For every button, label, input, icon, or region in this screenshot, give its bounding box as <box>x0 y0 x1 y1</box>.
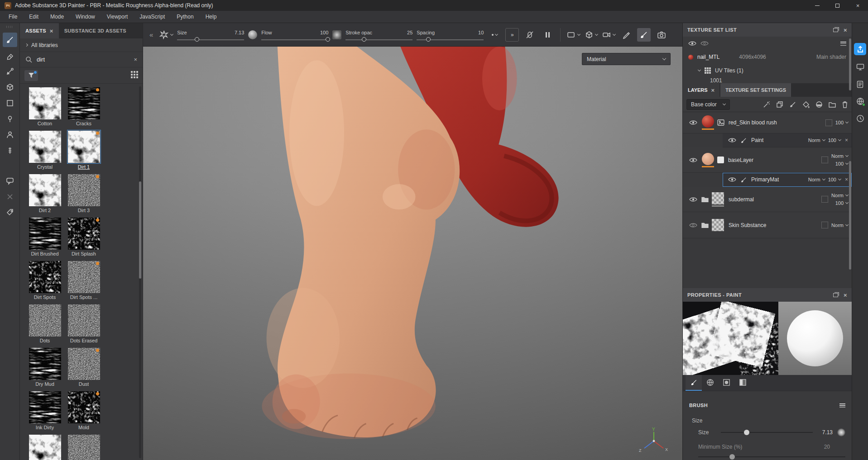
lazy-mouse-toggle[interactable] <box>523 28 537 42</box>
brush-size-slider[interactable] <box>721 429 813 436</box>
layer-row-paint[interactable]: Paint Norm 100 × <box>723 133 852 147</box>
delete-layer-icon[interactable] <box>842 101 848 108</box>
remove-effect-icon[interactable]: × <box>844 137 848 143</box>
close-panel-icon[interactable]: × <box>844 292 847 298</box>
more-tool-options-button[interactable]: » <box>505 28 519 42</box>
geometry-mask-tool-button[interactable] <box>3 80 17 95</box>
tab-alpha[interactable] <box>702 375 718 391</box>
blend-mode-dropdown[interactable]: Norm <box>831 223 848 228</box>
menu-item[interactable]: File <box>3 11 23 23</box>
box-projection-button[interactable] <box>584 28 598 42</box>
mask-slot[interactable] <box>821 156 828 163</box>
uv-tiles-row[interactable]: UV Tiles (1) <box>683 64 852 77</box>
stroke-options-button[interactable] <box>488 28 501 42</box>
effect-wand-icon[interactable] <box>763 101 770 108</box>
blend-mode-dropdown[interactable]: Norm <box>831 193 848 198</box>
asset-item[interactable]: Dirt 1 <box>64 131 103 170</box>
projection-tool-button[interactable] <box>3 64 17 79</box>
smart-material-pin-button[interactable] <box>3 112 17 126</box>
size-slider[interactable] <box>177 39 244 40</box>
asset-item[interactable]: Dirt Spots ... <box>64 261 103 300</box>
brush-size-knob[interactable] <box>744 430 749 435</box>
display-settings-button[interactable] <box>855 62 866 72</box>
pause-engine-button[interactable] <box>541 28 554 42</box>
asset-item[interactable]: Dirt Spots <box>25 261 64 300</box>
visibility-eye-icon[interactable] <box>728 177 736 182</box>
size-slider-knob[interactable] <box>195 37 199 42</box>
close-button[interactable]: × <box>848 0 868 11</box>
search-input[interactable] <box>36 56 130 63</box>
plane-projection-button[interactable] <box>566 28 580 42</box>
tab-substance-3d-assets[interactable]: SUBSTANCE 3D ASSETS <box>59 23 132 38</box>
resources-button[interactable] <box>855 96 866 107</box>
asset-tag-button[interactable] <box>3 205 17 220</box>
tab-texture-set-settings[interactable]: TEXTURE SET SETTINGS <box>720 83 791 97</box>
stroke-opacity-slider[interactable] <box>345 39 412 40</box>
tab-material[interactable] <box>734 375 751 391</box>
blend-mode-dropdown[interactable]: Norm <box>808 138 825 143</box>
spacing-slider[interactable] <box>417 39 484 40</box>
menu-item[interactable]: Python <box>171 11 199 23</box>
min-size-slider[interactable] <box>698 454 845 460</box>
asset-item[interactable]: Dirt Splash <box>64 218 103 256</box>
tab-assets[interactable]: ASSETS × <box>20 23 59 38</box>
all-libraries-selector[interactable]: All libraries <box>20 38 143 52</box>
brush-alpha-icon[interactable] <box>332 30 341 39</box>
texture-set-menu-icon[interactable] <box>840 42 846 46</box>
opacity-dropdown[interactable]: 100 <box>835 200 848 206</box>
asset-item[interactable]: Dots <box>25 304 64 343</box>
menu-item[interactable]: Edit <box>23 11 44 23</box>
smart-material-icon[interactable] <box>815 101 823 108</box>
visibility-eye-icon[interactable] <box>689 223 697 228</box>
brush-tip-icon[interactable] <box>248 30 257 39</box>
opacity-dropdown[interactable]: 100 <box>828 177 841 182</box>
mask-slot[interactable] <box>821 222 828 228</box>
filter-button[interactable] <box>24 70 38 81</box>
shelf-button[interactable] <box>855 79 866 90</box>
alpha-stamp-button[interactable] <box>159 28 173 42</box>
layer-opacity-dropdown[interactable]: 100 <box>835 120 848 125</box>
asset-item[interactable]: Cotton <box>25 87 64 126</box>
clone-tool-button[interactable] <box>3 128 17 142</box>
close-tab-icon[interactable]: × <box>50 28 53 34</box>
asset-item[interactable]: Mold <box>64 391 103 430</box>
collapse-toolbar-button[interactable]: « <box>148 31 155 38</box>
visibility-eye-icon[interactable] <box>689 157 697 163</box>
flow-slider[interactable] <box>261 39 328 40</box>
add-fill-layer-icon[interactable] <box>776 101 783 108</box>
asset-item[interactable]: Crystal <box>25 131 64 170</box>
asset-item[interactable]: Dirt Brushed <box>25 218 64 256</box>
undock-icon[interactable] <box>833 293 838 297</box>
camera-projection-button[interactable] <box>602 28 615 42</box>
asset-item[interactable] <box>25 435 64 460</box>
menu-item[interactable]: JavaScript <box>134 11 171 23</box>
channel-dropdown[interactable]: Base color <box>686 99 730 110</box>
tab-brush[interactable] <box>686 375 702 391</box>
paint-mode-button[interactable] <box>637 28 651 42</box>
asset-item[interactable]: Ink Dirty <box>25 391 64 430</box>
blend-mode-dropdown[interactable]: Norm <box>808 177 825 182</box>
menu-item[interactable]: Mode <box>44 11 70 23</box>
close-tab-icon[interactable]: × <box>711 87 715 93</box>
uv-tile-partial-row[interactable]: 1001 <box>683 77 852 83</box>
axis-gizmo[interactable]: Y X Z <box>637 427 671 455</box>
asset-item[interactable]: Cracks <box>64 87 103 126</box>
assets-scrollbar[interactable] <box>139 86 141 458</box>
menu-item[interactable]: Help <box>200 11 223 23</box>
asset-item[interactable]: Dirt 3 <box>64 174 103 213</box>
visibility-eye-icon[interactable] <box>689 197 697 202</box>
share-button[interactable] <box>854 43 866 55</box>
asset-item[interactable]: Dry Mud <box>25 348 64 387</box>
grid-view-button[interactable] <box>131 71 138 80</box>
viewport-3d[interactable]: Material Y X Z <box>143 47 682 460</box>
asset-item[interactable]: Dots Erased <box>64 304 103 343</box>
blend-mode-dropdown[interactable]: Norm <box>831 153 848 159</box>
stroke-opacity-knob[interactable] <box>362 37 366 42</box>
undock-icon[interactable] <box>833 28 838 32</box>
remove-effect-icon[interactable]: × <box>844 176 848 183</box>
texture-set-row[interactable]: nail_MTL 4096x4096 Main shader <box>683 50 852 64</box>
layer-row-primarymat[interactable]: PrimaryMat Norm 100 × <box>723 173 852 187</box>
layers-scrollbar-handle[interactable] <box>849 161 851 270</box>
texture-set-scrollbar-handle[interactable] <box>849 38 851 90</box>
mask-slot[interactable] <box>825 119 832 126</box>
